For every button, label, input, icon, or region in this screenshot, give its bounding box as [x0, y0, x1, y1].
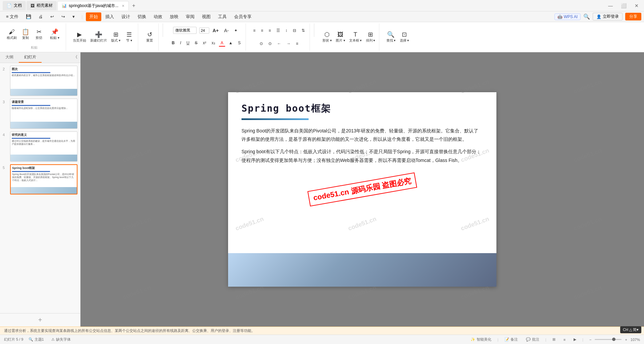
shape-label: 形状 ▾ — [322, 38, 332, 43]
strikethrough-button[interactable]: S — [193, 40, 200, 46]
maximize-button[interactable]: ⬜ — [618, 2, 629, 9]
align-justify[interactable]: ☰ — [274, 27, 282, 34]
panel-tab-slides[interactable]: 幻灯片 — [19, 52, 42, 63]
tab-ppt-close[interactable]: ✕ — [122, 4, 124, 8]
menu-tab-start[interactable]: 开始 — [86, 12, 101, 21]
ribbon-btn-play[interactable]: ▶ 当页开始 — [71, 31, 88, 44]
slide-item-5[interactable]: 5 Spring boot框架 Spring Boot的开发团队来自美国的Piv… — [3, 164, 77, 194]
ribbon-btn-section[interactable]: ☰ 节 ▾ — [123, 31, 135, 44]
slide-body[interactable]: Spring Boot的开发团队来自美国的Pivotal公司，是2013年研发的… — [228, 127, 496, 165]
comment-btn[interactable]: 💬 批注 — [524, 336, 541, 343]
menu-save[interactable]: 💾 — [22, 13, 35, 20]
slide-item-2[interactable]: 2 图次 稻壳素材内容文字，城市公交系统框架描述和技术特点介绍... — [3, 66, 77, 96]
ribbon-btn-select[interactable]: ⊡ 选择 ▾ — [398, 31, 410, 44]
ribbon-btn-image[interactable]: 🖼 图片 ▾ — [334, 31, 346, 44]
corner-badge[interactable]: CH △ 简▾ — [620, 326, 641, 333]
subscript-button[interactable]: x₂ — [210, 40, 217, 46]
indent-increase[interactable]: → — [284, 40, 292, 47]
view-list-btn[interactable]: ≡ — [561, 337, 568, 342]
menu-redo[interactable]: ↪ — [58, 13, 68, 20]
menu-print[interactable]: 🖨 — [35, 13, 46, 20]
slide-item-3[interactable]: 3 课题背景 随着城市化进程加快，公交系统信息化需求日益增加... — [3, 99, 77, 129]
font-size-dropdown[interactable]: 24 — [199, 27, 209, 34]
align-right[interactable]: ≡ — [267, 27, 273, 34]
underline-button[interactable]: U — [184, 40, 192, 46]
title-tabs: 📄 文档 🖼 稻壳素材 📊 springboot基于java的城市... ✕ + — [3, 1, 605, 10]
superscript-button[interactable]: x² — [201, 40, 208, 46]
menu-tab-design[interactable]: 设计 — [118, 12, 133, 21]
slide-item-4[interactable]: 4 研究的意义 通过对公交线路系统的建设，提升城市交通信息化水平，为用户提供便捷… — [3, 131, 77, 162]
slide-thumb-5[interactable]: Spring boot框架 Spring Boot的开发团队来自美国的Pivot… — [10, 164, 77, 194]
slide-thumb-2[interactable]: 图次 稻壳素材内容文字，城市公交系统框架描述和技术特点介绍... — [10, 66, 77, 96]
highlight-button[interactable]: ▲ — [227, 40, 235, 46]
align-center[interactable]: ≡ — [259, 27, 265, 34]
numbered-list[interactable]: ⊙ — [266, 40, 274, 47]
menu-tab-animation[interactable]: 动效 — [150, 12, 166, 21]
ribbon-btn-layout[interactable]: ⊞ 版式 ▾ — [110, 31, 122, 44]
notes-btn[interactable]: 📝 备注 — [502, 336, 520, 343]
menu-tab-view[interactable]: 视图 — [199, 12, 214, 21]
tab-add-button[interactable]: + — [129, 3, 138, 9]
menu-tab-cut[interactable]: 切换 — [134, 12, 150, 21]
menu-tab-playback[interactable]: 放映 — [166, 12, 182, 21]
wps-ai-button[interactable]: 🤖 WPS AI — [554, 13, 581, 20]
menu-tab-insert[interactable]: 插入 — [102, 12, 117, 21]
line-spacing[interactable]: ↕ — [283, 27, 289, 34]
panel-collapse-button[interactable]: 《 — [71, 52, 80, 63]
ribbon-btn-newslide[interactable]: ➕ 新建幻灯片 — [89, 31, 108, 44]
login-button[interactable]: 👤 立即登录 — [593, 13, 623, 20]
slide-add-button[interactable]: + — [0, 313, 80, 327]
search-button[interactable]: 🔍 — [583, 13, 590, 20]
bullet-list[interactable]: ⊙ — [258, 40, 265, 47]
slide-thumb-title-5: Spring boot框架 — [12, 166, 75, 170]
para-spacing[interactable]: ≡ — [294, 40, 300, 47]
menu-tab-review[interactable]: 审阅 — [182, 12, 198, 21]
clipboard-label: 粘贴 — [31, 45, 38, 51]
slide-thumb-4[interactable]: 研究的意义 通过对公交线路系统的建设，提升城市交通信息化水平，为用户提供便捷出行… — [10, 131, 77, 162]
close-button[interactable]: ✕ — [632, 2, 641, 9]
view-play-btn[interactable]: ▶ — [572, 337, 578, 342]
ribbon-btn-arrange[interactable]: ⊞ 排列 ▾ — [364, 31, 376, 44]
menu-tab-member[interactable]: 会员专享 — [231, 12, 255, 21]
ribbon-btn-paste[interactable]: 📌 粘贴 ▾ — [46, 28, 63, 41]
italic-button[interactable]: I — [178, 40, 183, 46]
bold-button[interactable]: B — [170, 40, 177, 46]
missing-font-btn[interactable]: ⚠ 缺失字体 — [49, 336, 73, 343]
tab-template[interactable]: 🖼 稻壳素材 — [26, 1, 57, 10]
zoom-out-btn[interactable]: − — [587, 337, 593, 342]
slide-canvas[interactable]: Spring boot框架 Spring Boot的开发团队来自美国的Pivot… — [228, 92, 496, 287]
ribbon-btn-find[interactable]: 🔍 查找 ▾ — [385, 31, 397, 44]
menu-file[interactable]: ≡ 文件 — [3, 12, 22, 21]
tab-doc[interactable]: 📄 文档 — [3, 1, 26, 10]
tab-ppt[interactable]: 📊 springboot基于java的城市... ✕ — [57, 1, 129, 10]
ribbon-btn-copy[interactable]: 📋 复制 — [19, 28, 32, 41]
col-layout[interactable]: ⊟ — [291, 27, 298, 34]
shadow-button[interactable]: S — [236, 40, 243, 46]
ribbon-btn-formatpainter[interactable]: 🖌 格式刷 — [5, 28, 18, 41]
text-direction[interactable]: ⇅ — [300, 27, 307, 34]
font-name-dropdown[interactable]: 微软雅黑 — [173, 27, 197, 34]
font-size-decrease[interactable]: A- — [222, 27, 231, 34]
zoom-slider[interactable] — [595, 339, 622, 340]
font-color-button[interactable]: A — [219, 40, 225, 47]
ribbon-btn-textbox[interactable]: T 文本框 ▾ — [348, 31, 363, 44]
font-size-increase[interactable]: A+ — [211, 27, 221, 34]
panel-tab-outline[interactable]: 大纲 — [0, 52, 19, 63]
font-clear[interactable]: ✦ — [232, 27, 239, 34]
slide-panel: 大纲 幻灯片 《 2 图次 稻壳素材内容文字，城市公交系统框架描述和技术特点介绍… — [0, 52, 80, 327]
menu-tab-tools[interactable]: 工具 — [215, 12, 230, 21]
smart-beauty-btn[interactable]: ✨ 智能美化 — [469, 336, 493, 343]
share-button[interactable]: 分享 — [625, 13, 641, 20]
zoom-in-btn[interactable]: + — [623, 337, 629, 342]
align-left[interactable]: ≡ — [251, 27, 258, 34]
view-normal-btn[interactable]: ⊞ — [550, 337, 557, 342]
indent-decrease[interactable]: ← — [275, 40, 283, 47]
slide-thumb-3[interactable]: 课题背景 随着城市化进程加快，公交系统信息化需求日益增加... — [10, 99, 77, 129]
ribbon-btn-shape[interactable]: ⬡ 形状 ▾ — [321, 31, 333, 44]
slide-para-2: Spring boot有以下几个特点：低嵌入式设计，代码污染性低；不是只局阻于S… — [241, 148, 483, 164]
ribbon-btn-reset[interactable]: ↺ 重置 — [144, 31, 156, 44]
ribbon-btn-cut[interactable]: ✂ 剪切 — [33, 28, 45, 41]
minimize-button[interactable]: — — [605, 2, 615, 9]
menu-undo[interactable]: ↩ — [47, 13, 57, 20]
menu-more[interactable]: ▾ — [69, 13, 78, 20]
